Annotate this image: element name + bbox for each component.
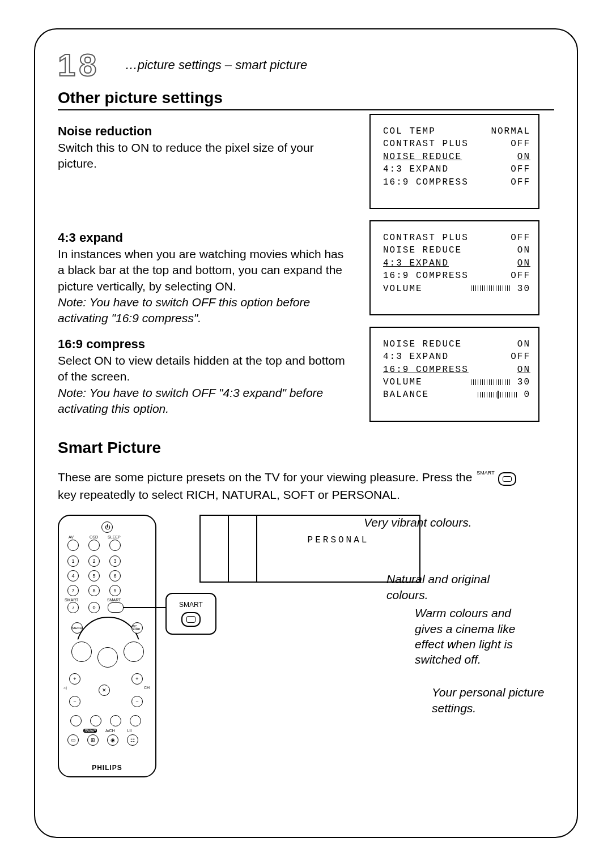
osd-value: 30 bbox=[517, 284, 530, 294]
section-other-picture-settings: Other picture settings bbox=[58, 89, 554, 110]
nav-center-icon bbox=[97, 647, 118, 668]
callout-label: SMART bbox=[171, 601, 211, 609]
label-ach: A/CH bbox=[105, 729, 115, 733]
ch-down-button: − bbox=[131, 696, 143, 707]
body-noise-reduction: Switch this to ON to reduce the pixel si… bbox=[58, 140, 352, 172]
section-smart-picture: Smart Picture bbox=[58, 439, 554, 457]
digit-9: 9 bbox=[109, 585, 121, 596]
osd-value: ON bbox=[517, 244, 530, 256]
callout-smart: SMART bbox=[165, 593, 216, 635]
osd-label-highlight: 16:9 COMPRESS bbox=[383, 364, 469, 376]
intro-text-b: key repeatedly to select RICH, NATURAL, … bbox=[58, 488, 400, 501]
osd-value: 0 bbox=[524, 390, 530, 400]
osd-label: VOLUME bbox=[383, 376, 423, 388]
swap-button: ⊞ bbox=[87, 734, 99, 746]
osd-value: NORMAL bbox=[491, 125, 530, 138]
av-button bbox=[67, 540, 79, 551]
osd-value: 30 bbox=[517, 377, 530, 387]
yellow-button-icon bbox=[110, 715, 121, 726]
osd-label: 4:3 EXPAND bbox=[383, 163, 449, 176]
vol-down-button: − bbox=[69, 696, 80, 707]
label-osd: OSD bbox=[90, 535, 98, 539]
breadcrumb: …picture settings – smart picture bbox=[125, 58, 308, 72]
volume-bar-icon bbox=[471, 379, 511, 385]
osd-value: OFF bbox=[511, 270, 530, 282]
green-button-icon bbox=[90, 715, 101, 726]
power-button-icon: ⏻ bbox=[101, 521, 113, 533]
osd-value: OFF bbox=[511, 350, 530, 363]
osd-label: CONTRAST PLUS bbox=[383, 138, 469, 150]
mute-button: ✕ bbox=[99, 685, 110, 696]
osd-label: BALANCE bbox=[383, 388, 429, 401]
label-sleep: SLEEP bbox=[108, 535, 121, 539]
volume-bar-icon bbox=[471, 285, 511, 291]
osd-label: VOLUME bbox=[383, 283, 423, 295]
label-swap: SWAP bbox=[83, 729, 97, 733]
osd-label: 16:9 COMPRESS bbox=[383, 176, 469, 189]
digit-6: 6 bbox=[109, 570, 121, 581]
remote-body: ⏻ AV OSD SLEEP 1 2 3 4 5 6 7 8 9 SMART S… bbox=[58, 515, 156, 777]
osd-label: NOISE REDUCE bbox=[383, 244, 462, 256]
io-button: ☷ bbox=[127, 734, 138, 746]
speaker-icon: ◁ bbox=[63, 686, 66, 690]
vol-up-button: + bbox=[69, 673, 80, 685]
digit-7: 7 bbox=[67, 585, 79, 596]
osd-value: ON bbox=[517, 338, 530, 350]
osd-value: OFF bbox=[511, 163, 530, 176]
desc-natural: Natural and original colours. bbox=[386, 571, 528, 602]
osd-43-expand: CONTRAST PLUSOFF NOISE REDUCEON 4:3 EXPA… bbox=[369, 220, 539, 315]
osd-value: ON bbox=[517, 364, 530, 376]
digit-8: 8 bbox=[88, 585, 100, 596]
red-button-icon bbox=[70, 715, 82, 726]
smart-button-icon bbox=[181, 612, 201, 627]
ch-up-button: + bbox=[131, 673, 143, 685]
digit-3: 3 bbox=[109, 555, 121, 567]
digit-4: 4 bbox=[67, 570, 79, 581]
osd-label: CONTRAST PLUS bbox=[383, 232, 469, 244]
heading-43-expand: 4:3 expand bbox=[58, 230, 352, 245]
digit-0: 0 bbox=[88, 602, 100, 613]
heading-noise-reduction: Noise reduction bbox=[58, 124, 352, 139]
smart-key-label: SMART bbox=[477, 470, 494, 476]
osd-value: ON bbox=[517, 257, 530, 270]
page-header: 18 …picture settings – smart picture bbox=[58, 46, 554, 83]
smart-sound-button: ♪ bbox=[67, 602, 79, 613]
balance-bar-icon bbox=[478, 392, 517, 397]
note-43-expand: Note: You have to switch OFF this option… bbox=[58, 294, 352, 327]
smart-key-icon bbox=[498, 472, 516, 486]
brand-label: PHILIPS bbox=[59, 764, 155, 772]
body-169-compress: Select ON to view details hidden at the … bbox=[58, 353, 352, 385]
desc-personal: Your personal picture settings. bbox=[432, 685, 545, 716]
osd-value: OFF bbox=[511, 176, 530, 189]
pip-button: ▭ bbox=[67, 734, 79, 746]
osd-label: 4:3 EXPAND bbox=[383, 350, 449, 363]
label-av: AV bbox=[69, 535, 74, 539]
digit-2: 2 bbox=[88, 555, 100, 567]
label-ch: CH bbox=[144, 686, 150, 690]
callout-line bbox=[123, 607, 168, 608]
osd-value: OFF bbox=[511, 138, 530, 150]
label-smart-pic: SMART bbox=[107, 598, 121, 602]
osd-button bbox=[88, 540, 100, 551]
row-43-expand: 4:3 expand In instances when you are wat… bbox=[58, 220, 554, 327]
smart-picture-button bbox=[108, 602, 124, 613]
ach-button: ◉ bbox=[107, 734, 118, 746]
nav-left-icon bbox=[71, 642, 92, 662]
osd-label: 16:9 COMPRESS bbox=[383, 270, 469, 282]
label-io: I-II bbox=[127, 729, 131, 733]
osd-label-highlight: 4:3 EXPAND bbox=[383, 257, 449, 270]
osd-noise-reduce: COL TEMPNORMAL CONTRAST PLUSOFF NOISE RE… bbox=[369, 114, 539, 209]
osd-label: COL TEMP bbox=[383, 125, 436, 138]
desc-rich: Very vibrant colours. bbox=[364, 515, 505, 530]
smart-picture-intro: These are some picture presets on the TV… bbox=[58, 469, 522, 503]
digit-5: 5 bbox=[88, 570, 100, 581]
osd-label: NOISE REDUCE bbox=[383, 338, 462, 350]
inc-surr-button: INC. SURR bbox=[131, 622, 143, 634]
row-noise-reduction: Noise reduction Switch this to ON to red… bbox=[58, 114, 554, 220]
osd-value: OFF bbox=[511, 232, 530, 244]
presets-diagram: ⏻ AV OSD SLEEP 1 2 3 4 5 6 7 8 9 SMART S… bbox=[58, 515, 554, 798]
nav-right-icon bbox=[124, 642, 144, 662]
sleep-button bbox=[109, 540, 121, 551]
page-number: 18 bbox=[58, 46, 100, 83]
heading-169-compress: 16:9 compress bbox=[58, 337, 352, 352]
